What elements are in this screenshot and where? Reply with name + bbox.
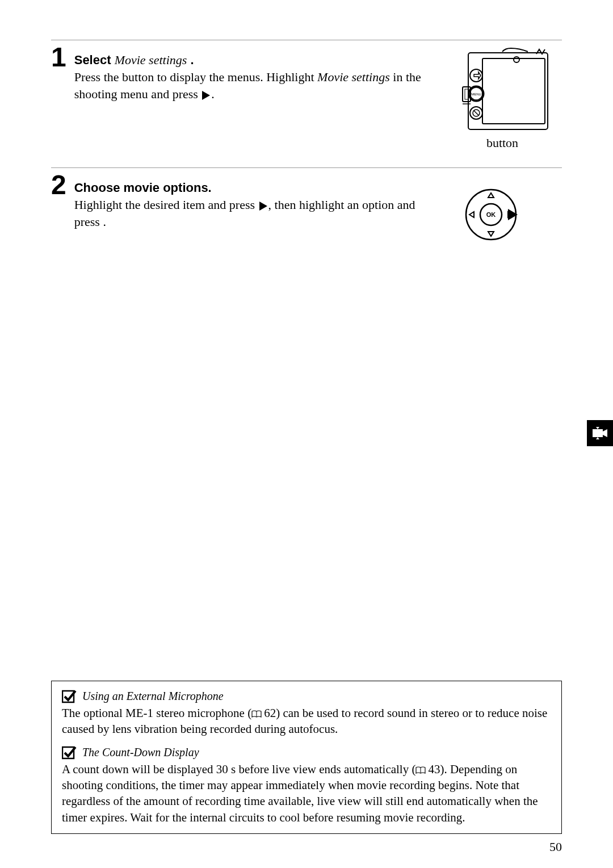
- note-2-ref: 43: [428, 762, 440, 776]
- movie-camera-icon: [591, 425, 608, 442]
- note-2-body: A count down will be displayed 30 s befo…: [62, 761, 551, 825]
- step-1-body-1: Press the: [74, 70, 122, 84]
- step-2-title: Choose movie options.: [74, 181, 431, 195]
- step-1-title-suffix: .: [190, 53, 194, 67]
- note-2-header: The Count-Down Display: [62, 745, 551, 760]
- camera-back-icon: MENU: [451, 47, 553, 132]
- svg-marker-16: [488, 232, 494, 236]
- step-1-title: Select Movie settings .: [74, 53, 431, 68]
- check-icon: [62, 745, 77, 760]
- step-1-body-2: button to display the menus. Highlight: [122, 70, 317, 84]
- svg-marker-17: [469, 212, 474, 217]
- step-1-title-prefix: Select: [74, 53, 111, 67]
- divider: [51, 167, 562, 168]
- divider: [51, 40, 562, 40]
- note-1-header: Using an External Microphone: [62, 689, 551, 704]
- notes-box: Using an External Microphone The optiona…: [51, 681, 562, 834]
- step-1-body-4: .: [211, 87, 215, 101]
- step-1-body-italic: Movie settings: [317, 70, 390, 84]
- svg-point-2: [514, 57, 519, 62]
- svg-text:MENU: MENU: [471, 93, 481, 96]
- step-1-number: 1: [51, 44, 66, 150]
- step-1-body: Press the button to display the menus. H…: [74, 69, 431, 102]
- note-2-title: The Count-Down Display: [82, 746, 199, 759]
- multi-selector-icon: OK: [463, 186, 519, 243]
- step-1: 1 Select Movie settings . Press the butt…: [51, 47, 562, 150]
- step-2-body: Highlight the desired item and press , t…: [74, 196, 431, 230]
- step-2-body-1: Highlight the desired item and press: [74, 198, 258, 212]
- right-arrow-icon: [202, 91, 210, 100]
- ok-button-label: OK: [486, 211, 496, 218]
- step-2-body-3: .: [103, 215, 106, 229]
- note-2-body-a: A count down will be displayed 30 s befo…: [62, 762, 415, 776]
- svg-line-9: [474, 111, 478, 115]
- svg-marker-15: [488, 193, 494, 198]
- check-icon: [62, 689, 77, 704]
- section-tab: [587, 420, 613, 446]
- note-1-title: Using an External Microphone: [82, 690, 224, 703]
- step-2: 2 Choose movie options. Highlight the de…: [51, 175, 562, 243]
- right-arrow-icon: [259, 202, 267, 211]
- svg-rect-1: [482, 58, 545, 124]
- svg-marker-22: [596, 437, 599, 439]
- dpad-illustration: OK: [443, 175, 562, 243]
- page-ref-icon: [415, 766, 426, 774]
- camera-illustration: MENU button: [443, 47, 562, 150]
- page-ref-icon: [251, 710, 262, 718]
- step-2-number: 2: [51, 171, 66, 243]
- note-1-ref: 62: [264, 706, 276, 720]
- svg-marker-20: [603, 429, 607, 437]
- svg-marker-21: [596, 427, 599, 429]
- camera-caption: button: [486, 136, 518, 150]
- svg-rect-19: [593, 429, 603, 437]
- note-1-body-a: The optional ME-1 stereo microphone (: [62, 706, 251, 720]
- note-1-body: The optional ME-1 stereo microphone (62)…: [62, 705, 551, 737]
- page-number: 50: [549, 840, 562, 854]
- step-1-title-italic: Movie settings: [115, 53, 187, 67]
